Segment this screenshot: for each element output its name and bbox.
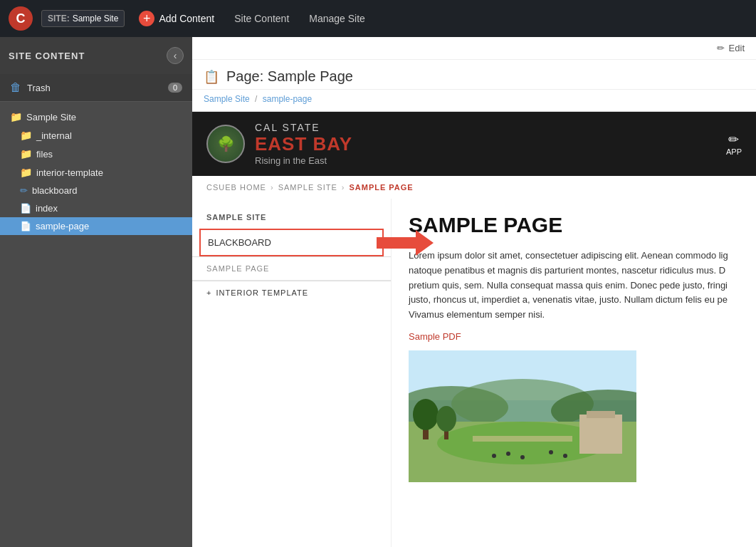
red-arrow-container xyxy=(377,229,434,257)
page-breadcrumb: CSUEB HOME › SAMPLE SITE › SAMPLE PAGE xyxy=(192,176,756,199)
nav-item-blackboard[interactable]: BLACKBOARD xyxy=(199,229,384,256)
manage-site-nav[interactable]: Manage Site xyxy=(303,10,371,27)
tree-label: blackboard xyxy=(32,185,78,196)
add-content-label: Add Content xyxy=(159,13,214,24)
tree-label: interior-template xyxy=(36,167,103,178)
trash-label: Trash xyxy=(27,83,51,93)
nav-item-sample-page[interactable]: SAMPLE PAGE xyxy=(192,257,391,281)
pencil-icon: ✏ xyxy=(717,43,725,53)
tagline-text: Rising in the East xyxy=(255,155,352,166)
folder-icon: 📁 xyxy=(10,111,22,123)
sidebar: SITE CONTENT ‹ 🗑 Trash 0 📁 Sample Site 📁… xyxy=(0,37,192,547)
sidebar-collapse-button[interactable]: ‹ xyxy=(167,47,184,64)
bc-site[interactable]: SAMPLE SITE xyxy=(278,183,337,192)
page-edit-icon: ✏ xyxy=(20,185,28,196)
tree-item-index[interactable]: 📄 index xyxy=(0,199,192,217)
main-content: ✏ Edit 📋 Page: Sample Page Sample Site /… xyxy=(192,37,756,547)
page-title-bar: 📋 Page: Sample Page xyxy=(192,60,756,90)
campus-image xyxy=(409,350,636,482)
logo-button[interactable]: C xyxy=(9,6,33,31)
svg-point-15 xyxy=(492,454,496,458)
svg-point-19 xyxy=(563,454,567,458)
page-content-area: SAMPLE SITE BLACKBOARD SAMPLE PAGE + INT… xyxy=(192,199,756,547)
bc-current-page: SAMPLE PAGE xyxy=(349,183,413,192)
page-doc-icon: 📄 xyxy=(20,221,31,231)
trash-item[interactable]: 🗑 Trash 0 xyxy=(0,74,192,102)
svg-point-14 xyxy=(436,406,456,432)
logo-letter: C xyxy=(16,11,26,26)
content-body: Lorem ipsum dolor sit amet, consectetuer… xyxy=(409,249,739,323)
add-content-button[interactable]: + Add Content xyxy=(133,8,220,29)
tree-label: _internal xyxy=(36,130,72,141)
app-button[interactable]: ✏ APP xyxy=(726,132,742,156)
csueb-seal: 🌳 xyxy=(206,125,245,163)
nav-item-interior-template[interactable]: + INTERIOR TEMPLATE xyxy=(192,281,391,304)
cal-state-text: CAL STATE xyxy=(255,122,352,133)
csueb-logo-area: 🌳 CAL STATE EAST BAY Rising in the East xyxy=(206,122,352,166)
tree-item-internal[interactable]: 📁 _internal xyxy=(0,126,192,145)
breadcrumb-separator: / xyxy=(255,94,260,104)
campus-svg xyxy=(409,350,636,482)
trash-badge: 0 xyxy=(168,83,182,93)
bc-home[interactable]: CSUEB HOME xyxy=(206,183,266,192)
csueb-text: CAL STATE EAST BAY Rising in the East xyxy=(255,122,352,166)
breadcrumb-page-link[interactable]: sample-page xyxy=(263,94,312,104)
svg-rect-9 xyxy=(587,411,615,418)
tree-item-samplesite[interactable]: 📁 Sample Site xyxy=(0,108,192,126)
pdf-link[interactable]: Sample PDF xyxy=(409,331,739,342)
tree-label: files xyxy=(36,149,53,160)
right-content: SAMPLE PAGE Lorem ipsum dolor sit amet, … xyxy=(392,199,756,547)
content-heading: SAMPLE PAGE xyxy=(409,213,739,237)
app-label: APP xyxy=(726,147,742,156)
layout: SITE CONTENT ‹ 🗑 Trash 0 📁 Sample Site 📁… xyxy=(0,37,756,547)
file-tree: 📁 Sample Site 📁 _internal 📁 files 📁 inte… xyxy=(0,102,192,241)
chevron-left-icon: ‹ xyxy=(174,50,177,61)
trash-icon: 🗑 xyxy=(10,81,21,94)
svg-point-12 xyxy=(413,399,439,430)
page-title: Page: Sample Page xyxy=(226,68,353,85)
svg-rect-8 xyxy=(579,415,622,454)
top-nav: C SITE: Sample Site + Add Content Site C… xyxy=(0,0,756,37)
site-content-nav[interactable]: Site Content xyxy=(229,10,295,27)
red-arrow-svg xyxy=(377,229,434,257)
svg-point-16 xyxy=(506,452,510,456)
plus-icon: + xyxy=(206,288,211,297)
breadcrumb: Sample Site / sample-page xyxy=(192,90,756,112)
folder-icon: 📁 xyxy=(20,167,32,178)
site-name-label: Sample Site xyxy=(73,14,119,24)
app-pencil-icon: ✏ xyxy=(728,132,739,147)
svg-rect-10 xyxy=(473,436,572,442)
tree-label: sample-page xyxy=(36,221,89,231)
tree-item-sample-page[interactable]: 📄 sample-page xyxy=(0,217,192,235)
interior-template-label: INTERIOR TEMPLATE xyxy=(216,288,308,297)
sidebar-header: SITE CONTENT ‹ xyxy=(0,37,192,74)
document-icon: 📋 xyxy=(204,69,219,85)
edit-label: Edit xyxy=(729,43,745,53)
left-nav-title: SAMPLE SITE xyxy=(192,213,391,229)
site-key-label: SITE: xyxy=(48,14,70,24)
folder-icon: 📁 xyxy=(20,130,32,141)
site-selector[interactable]: SITE: Sample Site xyxy=(41,10,125,27)
folder-icon: 📁 xyxy=(20,148,32,160)
svg-marker-0 xyxy=(377,230,434,256)
tree-item-interior-template[interactable]: 📁 interior-template xyxy=(0,163,192,182)
tree-item-files[interactable]: 📁 files xyxy=(0,145,192,163)
svg-point-17 xyxy=(520,455,525,459)
csueb-banner: 🌳 CAL STATE EAST BAY Rising in the East … xyxy=(192,112,756,176)
tree-label: index xyxy=(36,203,58,214)
svg-point-18 xyxy=(549,450,553,454)
bc-arrow-2: › xyxy=(342,183,345,192)
page-doc-icon: 📄 xyxy=(20,203,31,214)
tree-label: Sample Site xyxy=(26,112,76,123)
east-bay-text: EAST BAY xyxy=(255,133,352,155)
breadcrumb-site-link[interactable]: Sample Site xyxy=(204,94,250,104)
left-nav: SAMPLE SITE BLACKBOARD SAMPLE PAGE + INT… xyxy=(192,199,392,547)
plus-icon: + xyxy=(139,11,154,26)
sidebar-title: SITE CONTENT xyxy=(9,51,85,61)
bc-arrow-1: › xyxy=(271,183,274,192)
tree-item-blackboard[interactable]: ✏ blackboard xyxy=(0,182,192,199)
blackboard-nav-row: BLACKBOARD xyxy=(192,229,391,256)
edit-bar: ✏ Edit xyxy=(192,37,756,60)
edit-button[interactable]: ✏ Edit xyxy=(717,43,745,53)
